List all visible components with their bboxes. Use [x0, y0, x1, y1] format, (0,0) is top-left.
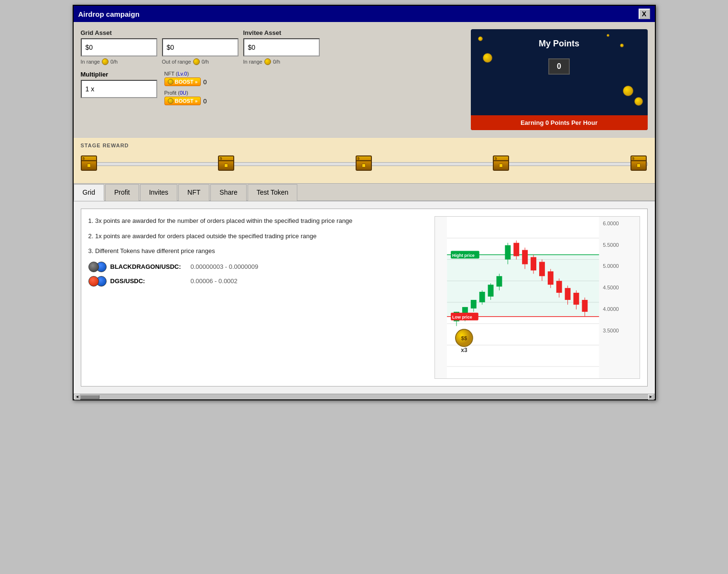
points-value: 0	[548, 58, 570, 75]
invitee-asset-group: Invitee Asset In range 0/h	[243, 29, 320, 65]
svg-rect-28	[522, 250, 528, 265]
svg-text:4.5000: 4.5000	[603, 285, 619, 290]
in-range-label1: In range	[81, 59, 100, 65]
svg-rect-18	[479, 292, 485, 302]
tab-invites[interactable]: Invites	[140, 184, 177, 201]
in-range-value1: 0/h	[110, 59, 118, 65]
nft-level: Lv.0	[177, 71, 187, 77]
token-name-2: DGS/USDC:	[110, 277, 187, 285]
chest-icon-2[interactable]: 5	[218, 155, 234, 171]
svg-rect-40	[573, 293, 579, 305]
deco-coin4	[623, 86, 633, 96]
profit-boost-value: 0	[203, 98, 206, 105]
rule3: 3. Different Tokens have different price…	[88, 246, 425, 256]
svg-text:5.5000: 5.5000	[603, 242, 619, 248]
svg-rect-34	[547, 271, 553, 285]
my-points-title: My Points	[480, 39, 638, 49]
close-button[interactable]: X	[639, 9, 650, 19]
nft-boost-title: NFT (Lv.0)	[164, 71, 207, 77]
chest-icon-3[interactable]: 5	[356, 155, 372, 171]
chest-5: 5	[630, 155, 648, 173]
svg-rect-22	[496, 276, 502, 287]
window-title: Airdrop campaign	[78, 10, 140, 18]
grid-asset-group2: Out of range 0/h	[162, 29, 239, 65]
multiplier-input[interactable]	[81, 80, 157, 98]
invitee-asset-label: Invitee Asset	[243, 29, 320, 36]
boost-arrow1: »	[195, 79, 198, 85]
token-name-1: BLACKDRAGON/USDC:	[110, 263, 187, 270]
scrollbar-thumb[interactable]	[80, 395, 99, 399]
svg-rect-30	[531, 257, 536, 271]
svg-rect-24	[505, 245, 511, 260]
stage-section: STAGE REWARD 5	[74, 137, 655, 183]
chest-2: 5	[218, 155, 235, 173]
token-icons-1	[88, 262, 107, 272]
tab-share[interactable]: Share	[210, 184, 246, 201]
token-row-1: BLACKDRAGON/USDC: 0.00000003 - 0.0000009	[88, 262, 425, 272]
token-row-2: DGS/USDC: 0.00006 - 0.0002	[88, 276, 425, 287]
chest-icon-4[interactable]: 5	[493, 155, 509, 171]
boost-arrow2: »	[195, 99, 198, 104]
svg-text:3.5000: 3.5000	[603, 328, 619, 333]
content-box: 1. 3x points are awarded for the number …	[81, 209, 648, 386]
chest-1: 5	[81, 155, 98, 173]
in-range-label2: In range	[243, 59, 262, 65]
grid-asset-group: Grid Asset In range 0/h	[81, 29, 157, 65]
svg-rect-16	[470, 300, 476, 309]
token-range-2: 0.00006 - 0.0002	[191, 277, 238, 285]
profit-boost-row: Profit (0U) BOOST » 0	[164, 90, 207, 105]
text-content: 1. 3x points are awarded for the number …	[88, 216, 425, 379]
multiplier-section: Multiplier NFT (Lv.0) BOOST »	[81, 71, 464, 106]
invitee-asset-input[interactable]	[243, 38, 320, 56]
invitee-asset-sub: In range 0/h	[243, 58, 320, 65]
profit-unit: 0U	[180, 90, 186, 96]
stage-label: STAGE REWARD	[81, 143, 648, 148]
chart-container: 6.0000 5.5000 5.0000 4.5000 4.0000 3.500…	[435, 216, 640, 379]
svg-rect-42	[582, 300, 587, 312]
token-icons-2	[88, 276, 107, 287]
svg-text:5.0000: 5.0000	[603, 263, 619, 269]
asset-row: Grid Asset In range 0/h Out of range	[81, 29, 464, 65]
tab-grid[interactable]: Grid	[74, 184, 104, 201]
chest-icon-1[interactable]: 5	[81, 155, 97, 171]
nft-boost-label: BOOST	[175, 79, 194, 85]
chart-area: 6.0000 5.5000 5.0000 4.5000 4.0000 3.500…	[435, 216, 640, 379]
tab-nft[interactable]: NFT	[178, 184, 209, 201]
coin-icon2	[193, 58, 200, 65]
svg-text:x3: x3	[461, 347, 467, 353]
svg-rect-32	[539, 262, 544, 276]
deco-coin6	[483, 53, 492, 63]
nft-boost-button[interactable]: BOOST »	[164, 77, 201, 86]
title-bar: Airdrop campaign X	[74, 6, 655, 22]
multiplier-label: Multiplier	[81, 71, 157, 78]
grid-asset-input1[interactable]	[81, 38, 157, 56]
tab-profit[interactable]: Profit	[105, 184, 139, 201]
tab-test-token[interactable]: Test Token	[248, 184, 298, 201]
profit-boost-btn-row: BOOST » 0	[164, 97, 207, 105]
grid-asset-input2[interactable]	[162, 38, 239, 56]
main-window: Airdrop campaign X Grid Asset In range 0…	[73, 5, 656, 400]
horizontal-scrollbar: ◄ ►	[74, 394, 655, 399]
rule1: 1. 3x points are awarded for the number …	[88, 216, 425, 226]
scroll-right-arrow[interactable]: ►	[648, 394, 654, 400]
profit-boost-button[interactable]: BOOST »	[164, 97, 201, 105]
scroll-left-arrow[interactable]: ◄	[75, 394, 80, 400]
svg-text:Low price: Low price	[452, 315, 472, 320]
out-of-range-label: Out of range	[162, 59, 191, 65]
token-range-1: 0.00000003 - 0.0000009	[191, 263, 259, 270]
chest-icon-5[interactable]: 5	[630, 155, 647, 171]
tabs-section: Grid Profit Invites NFT Share Test Token…	[74, 183, 655, 394]
boost-coin-icon1	[168, 79, 174, 85]
chest-4: 5	[493, 155, 510, 173]
grid-asset-label: Grid Asset	[81, 29, 157, 36]
svg-rect-36	[556, 281, 562, 293]
svg-text:4.0000: 4.0000	[603, 306, 619, 312]
deco-coin5	[634, 97, 643, 106]
svg-rect-26	[513, 243, 519, 256]
token-icon-dragon	[88, 262, 99, 272]
boost-coin-icon2	[168, 98, 174, 104]
nft-boost-row: NFT (Lv.0) BOOST » 0	[164, 71, 207, 86]
out-of-range-value: 0/h	[202, 59, 209, 65]
points-panel: My Points 0 Earning 0 Points Per Hour	[471, 29, 648, 130]
grid-asset-label2	[162, 29, 239, 36]
